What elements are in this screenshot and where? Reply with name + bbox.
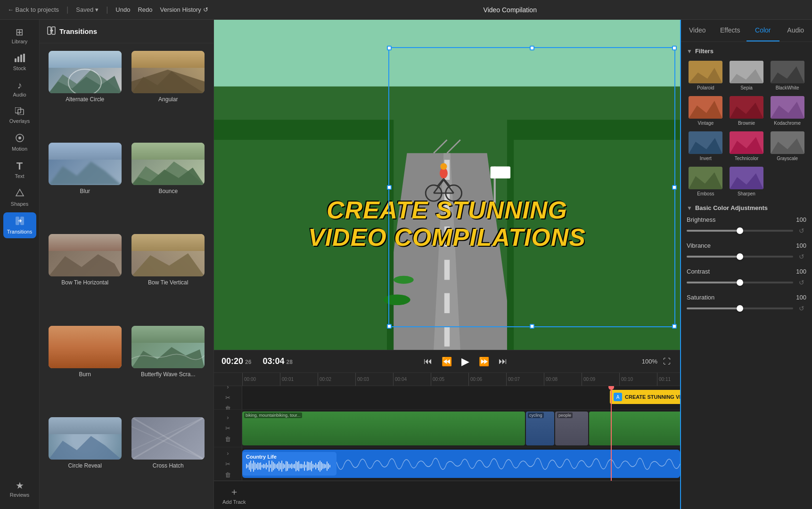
sidebar-item-library[interactable]: ⊞ Library [3,24,36,48]
transition-cross-hatch[interactable]: Cross Hatch [129,415,208,503]
sidebar-item-motion[interactable]: Motion [3,129,36,155]
rewind-button[interactable]: ⏪ [439,354,455,370]
text-track-item[interactable]: A CREATE STUNNING VIDEO COMPILATIONS [610,390,680,404]
track-cut-button[interactable]: ✂ [223,393,232,402]
tab-video[interactable]: Video [681,20,714,41]
ruler-mark: 00:06 [468,373,506,386]
text-track-label: CREATE STUNNING VIDEO COMPILATIONS [625,394,680,400]
filter-thumb [689,61,722,83]
track-content-text: A CREATE STUNNING VIDEO COMPILATIONS [242,386,680,409]
play-button[interactable]: ▶ [459,353,472,371]
sidebar-item-audio[interactable]: ♪ Audio [3,77,36,101]
transitions-panel-icon [47,26,56,36]
clip-tag: people [557,412,573,418]
sidebar-item-overlays[interactable]: Overlays [3,103,36,128]
tab-audio[interactable]: Audio [779,20,812,41]
svg-marker-14 [49,76,122,93]
add-track-button[interactable]: ＋ Add Track [218,483,251,508]
sidebar-item-reviews[interactable]: ★ Reviews [3,477,36,501]
fullscreen-button[interactable]: ⛶ [661,355,673,368]
transition-alternate-circle[interactable]: Alternate Circle [45,49,125,137]
sidebar-item-shapes[interactable]: Shapes [3,185,36,210]
filter-blackwhite[interactable]: BlackWhite [768,59,806,92]
filter-grayscale[interactable]: Grayscale [768,130,806,162]
adjustments-section-header[interactable]: ▼ Basic Color Adjustments [687,204,806,211]
vibrance-slider[interactable] [687,256,793,258]
sidebar-item-stock[interactable]: Stock [3,50,36,75]
video-clip[interactable]: biking, mountainbiking, tour... [242,412,525,445]
track-cut-button[interactable]: ✂ [223,424,232,433]
version-history-button[interactable]: Version History ↺ [160,6,208,13]
track-delete-button[interactable]: 🗑 [223,435,233,444]
filter-polaroid[interactable]: Polaroid [687,59,725,92]
ruler-marks: 00:00 00:01 00:02 00:03 00:04 00:05 00:0… [242,373,680,386]
sidebar-item-transitions[interactable]: Transitions [3,212,36,238]
transition-angular[interactable]: Angular [129,49,208,137]
filter-vintage[interactable]: Vintage [687,95,725,127]
transition-burn[interactable]: Burn [45,324,125,412]
vibrance-reset-button[interactable]: ↺ [797,252,806,261]
transition-bounce[interactable]: Bounce [129,141,208,229]
svg-rect-3 [23,54,25,62]
track-expand-button[interactable]: › [225,413,230,422]
audio-clip-labeled[interactable]: Country Life // Generate waveform bars i… [242,452,336,476]
saved-dropdown[interactable]: ▾ [95,6,98,13]
overlay-text-line2: VIDEO COMPILATIONS [308,224,586,251]
ruler-mark: 00:08 [544,373,582,386]
stock-icon [15,54,25,64]
transition-thumb [49,417,122,460]
filter-emboss[interactable]: Emboss [687,165,725,198]
transition-butterfly-wave[interactable]: Butterfly Wave Scra... [129,324,208,412]
skip-back-button[interactable]: ⏮ [421,354,435,369]
track-delete-button[interactable]: 🗑 [223,470,233,479]
motion-icon [15,133,25,144]
filter-kodachrome[interactable]: Kodachrome [768,95,806,127]
fast-forward-button[interactable]: ⏩ [476,354,492,370]
clip-tag: biking, mountainbiking, tour... [244,412,302,418]
svg-rect-37 [444,293,450,313]
filter-invert[interactable]: Invert [687,130,725,162]
transition-circle-reveal[interactable]: Circle Reveal [45,415,125,503]
saturation-slider[interactable] [687,307,793,309]
contrast-slider[interactable] [687,282,793,283]
transition-bowtie-vertical[interactable]: Bow Tie Vertical [129,232,208,320]
transitions-header: Transitions [40,20,213,43]
filter-sepia[interactable]: Sepia [728,59,766,92]
filter-brownie[interactable]: Brownie [728,95,766,127]
redo-button[interactable]: Redo [138,6,152,13]
timeline-tracks: › ✂ 🗑 A CREATE STUNNING VIDEO COMPILATIO… [214,386,680,481]
svg-point-57 [394,276,413,284]
tab-color[interactable]: Color [746,20,779,41]
filter-label: Technicolor [735,156,759,161]
track-expand-button[interactable]: › [225,386,230,391]
back-button[interactable]: ← Back to projects [8,6,59,13]
ruler-mark: 00:04 [393,373,431,386]
sidebar-item-label: Audio [13,92,26,97]
video-clip[interactable]: cycling [526,412,554,445]
audio-clip[interactable]: Country Life // Generate waveform bars i… [242,450,680,478]
transition-label: Burn [79,371,91,378]
contrast-reset-button[interactable]: ↺ [797,278,806,287]
video-clip[interactable]: people [555,412,588,445]
sidebar-item-text[interactable]: T Text [3,157,36,183]
brightness-slider[interactable] [687,230,793,232]
saturation-reset-button[interactable]: ↺ [797,304,806,313]
filters-section-header[interactable]: ▼ Filters [687,48,806,55]
transition-bowtie-horizontal[interactable]: Bow Tie Horizontal [45,232,125,320]
adjustments-chevron: ▼ [687,205,692,211]
track-cut-button[interactable]: ✂ [223,460,232,469]
tab-effects[interactable]: Effects [714,20,747,41]
brightness-reset-button[interactable]: ↺ [797,226,806,235]
transition-blur[interactable]: Blur [45,141,125,229]
video-clip[interactable] [589,412,680,445]
adjustment-contrast-label: Contrast [687,268,710,275]
filter-sharpen[interactable]: Sharpen [728,165,766,198]
track-expand-button[interactable]: › [225,449,230,458]
adjustment-contrast-value: 100 [796,268,806,275]
svg-marker-8 [16,189,24,196]
skip-forward-button[interactable]: ⏭ [496,354,510,369]
ruler-mark: 00:10 [619,373,657,386]
undo-button[interactable]: Undo [115,6,130,13]
filter-technicolor[interactable]: Technicolor [728,130,766,162]
filter-label: Polaroid [697,85,714,90]
